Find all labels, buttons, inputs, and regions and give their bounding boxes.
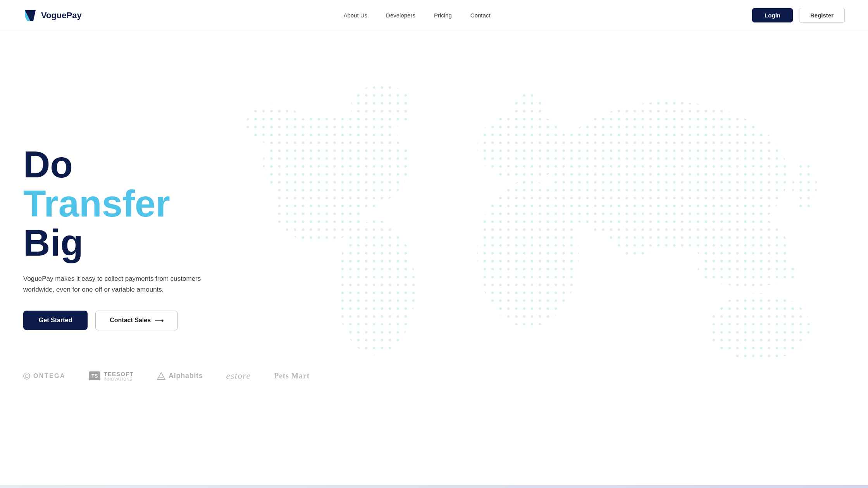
logo-text: VoguePay [41, 10, 82, 21]
hero-title-line3: Big [23, 222, 83, 263]
svg-point-6 [477, 113, 568, 180]
svg-point-10 [709, 293, 810, 361]
svg-point-18 [246, 105, 303, 144]
svg-point-3 [263, 113, 410, 214]
arrow-icon: ⟶ [155, 317, 164, 324]
navbar: VoguePay About Us Developers Pricing Con… [0, 0, 868, 31]
logo-link[interactable]: VoguePay [23, 9, 82, 22]
hero-subtitle: VoguePay makes it easy to collect paymen… [23, 273, 225, 295]
svg-point-17 [511, 90, 545, 147]
svg-point-15 [610, 180, 661, 259]
svg-point-22 [25, 375, 28, 378]
svg-point-16 [698, 255, 799, 287]
svg-rect-20 [207, 62, 868, 457]
partner-teesoft: TS TEESOFT INNOVATIONS [89, 371, 134, 381]
svg-point-12 [325, 215, 359, 235]
register-button[interactable]: Register [799, 8, 845, 23]
svg-point-8 [551, 101, 788, 248]
svg-point-21 [24, 373, 30, 379]
partner-alphabits: Alphabits [157, 372, 203, 380]
nav-about-us[interactable]: About Us [343, 12, 367, 19]
hero-title-line2: Transfer [23, 183, 170, 224]
partner-ontega: ONTEGA [23, 373, 65, 380]
teesoft-label: TEESOFT [103, 371, 134, 377]
partner-logos-bar: ONTEGA TS TEESOFT INNOVATIONS Alphabits … [23, 358, 845, 381]
estore-label: estore [226, 371, 251, 381]
nav-contact[interactable]: Contact [470, 12, 491, 19]
hero-content: Do Transfer Big VoguePay makes it easy t… [23, 145, 256, 330]
svg-point-7 [477, 180, 579, 327]
ontega-icon [23, 373, 30, 380]
pets-mart-label: Pets Mart [274, 371, 310, 380]
partner-estore: estore [226, 371, 251, 381]
world-map-background [207, 31, 868, 488]
svg-point-14 [484, 123, 504, 148]
get-started-button[interactable]: Get Started [23, 311, 88, 330]
hero-title: Do Transfer Big [23, 145, 256, 262]
alphabits-icon [157, 372, 165, 380]
ontega-label: ONTEGA [33, 373, 65, 380]
login-button[interactable]: Login [752, 8, 793, 22]
svg-point-4 [274, 175, 365, 243]
teesoft-sublabel: INNOVATIONS [103, 377, 134, 381]
nav-pricing[interactable]: Pricing [434, 12, 452, 19]
nav-developers[interactable]: Developers [386, 12, 415, 19]
voguepay-logo-icon [23, 9, 37, 22]
hero-buttons: Get Started Contact Sales ⟶ [23, 311, 256, 330]
contact-sales-button[interactable]: Contact Sales ⟶ [95, 311, 178, 330]
svg-point-5 [336, 220, 415, 355]
svg-point-11 [350, 85, 412, 130]
nav-links: About Us Developers Pricing Contact [343, 12, 490, 19]
svg-point-13 [792, 163, 817, 208]
contact-sales-label: Contact Sales [110, 317, 151, 324]
hero-section: Do Transfer Big VoguePay makes it easy t… [0, 31, 868, 488]
alphabits-label: Alphabits [169, 372, 203, 380]
svg-marker-23 [157, 373, 165, 380]
nav-buttons: Login Register [752, 8, 845, 23]
teesoft-icon: TS [89, 371, 101, 380]
svg-point-19 [551, 175, 613, 220]
svg-point-9 [698, 215, 788, 282]
footer-bar [0, 485, 868, 488]
partner-pets-mart: Pets Mart [274, 371, 310, 380]
hero-title-line1: Do [23, 144, 73, 185]
